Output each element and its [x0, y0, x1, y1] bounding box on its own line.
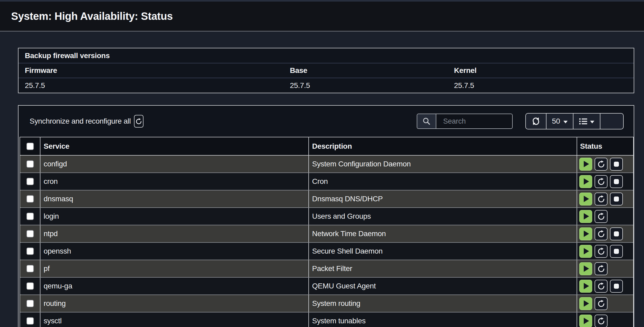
rotate-right-icon [597, 160, 605, 168]
description-cell: System routing [309, 295, 577, 312]
description-column-header: Description [309, 137, 577, 155]
stop-button[interactable] [610, 158, 623, 171]
play-icon [584, 213, 589, 219]
row-checkbox[interactable] [26, 265, 34, 272]
table-row: pf Packet Filter [20, 260, 633, 278]
start-button[interactable] [579, 315, 592, 327]
services-table: Service Description Status configd Syste… [20, 137, 634, 327]
stop-button[interactable] [610, 175, 623, 188]
restart-button[interactable] [595, 262, 608, 275]
description-cell: Users and Groups [309, 208, 577, 225]
refresh-icon [531, 116, 541, 126]
play-icon [584, 196, 589, 202]
versions-header-row: Firmware Base Kernel [18, 63, 634, 78]
start-button[interactable] [579, 262, 592, 275]
status-cell [577, 156, 633, 172]
page-header: System: High Availability: Status [0, 2, 644, 31]
row-select-cell [20, 295, 40, 312]
row-checkbox[interactable] [26, 195, 34, 203]
search-icon-segment[interactable] [417, 114, 436, 128]
service-cell: ntpd [40, 225, 309, 242]
start-button[interactable] [579, 245, 592, 258]
play-icon [584, 248, 589, 254]
restart-button[interactable] [595, 158, 608, 171]
toolbar-right-group: 50 [417, 113, 624, 129]
service-cell: dnsmasq [40, 190, 309, 207]
search-group [417, 114, 513, 129]
start-button[interactable] [579, 280, 592, 293]
columns-dropdown[interactable] [573, 114, 600, 129]
rotate-right-icon [597, 282, 605, 290]
restart-button[interactable] [595, 193, 608, 205]
restart-button[interactable] [595, 315, 608, 327]
table-header-row: Service Description Status [20, 137, 633, 156]
start-button[interactable] [579, 193, 592, 205]
stop-button[interactable] [610, 245, 623, 258]
refresh-table-button[interactable] [526, 114, 546, 129]
extra-toolbar-segment[interactable] [600, 114, 623, 129]
description-cell: Dnsmasq DNS/DHCP [309, 190, 577, 207]
kernel-version: 25.7.5 [448, 81, 634, 90]
select-all-checkbox[interactable] [26, 143, 34, 150]
service-cell: cron [40, 173, 309, 190]
panel-title: Backup firewall versions [18, 48, 634, 63]
row-checkbox[interactable] [26, 282, 34, 290]
backup-versions-panel: Backup firewall versions Firmware Base K… [18, 48, 634, 93]
rotate-right-icon [135, 118, 142, 125]
service-cell: pf [40, 260, 309, 277]
list-icon [579, 118, 587, 125]
services-toolbar: Synchronize and reconfigure all [18, 106, 634, 137]
rotate-right-icon [597, 212, 605, 220]
table-row: sysctl System tunables [20, 312, 633, 327]
versions-value-row: 25.7.5 25.7.5 25.7.5 [18, 78, 634, 93]
page-size-dropdown[interactable]: 50 [546, 114, 573, 129]
rotate-right-icon [597, 247, 605, 255]
start-button[interactable] [579, 297, 592, 310]
restart-button[interactable] [595, 245, 608, 258]
row-checkbox[interactable] [26, 230, 34, 237]
row-checkbox[interactable] [26, 160, 34, 168]
description-cell: System Configuration Daemon [309, 156, 577, 172]
stop-icon [614, 197, 619, 202]
sync-all-button[interactable] [134, 115, 143, 128]
row-select-cell [20, 208, 40, 225]
start-button[interactable] [579, 227, 592, 240]
stop-button[interactable] [610, 280, 623, 293]
row-checkbox[interactable] [26, 178, 34, 185]
row-checkbox[interactable] [26, 300, 34, 307]
restart-button[interactable] [595, 210, 608, 223]
row-select-cell [20, 260, 40, 277]
stop-button[interactable] [610, 193, 623, 205]
search-input[interactable] [436, 114, 512, 128]
row-select-cell [20, 173, 40, 190]
row-checkbox[interactable] [26, 213, 34, 220]
row-select-cell [20, 156, 40, 172]
table-row: openssh Secure Shell Daemon [20, 243, 633, 260]
restart-button[interactable] [595, 175, 608, 188]
start-button[interactable] [579, 210, 592, 223]
start-button[interactable] [579, 175, 592, 188]
stop-icon [614, 179, 619, 184]
sync-all-group: Synchronize and reconfigure all [30, 115, 143, 128]
description-cell: QEMU Guest Agent [309, 278, 577, 295]
table-row: login Users and Groups [20, 208, 633, 225]
content-area: Backup firewall versions Firmware Base K… [0, 31, 644, 327]
row-select-cell [20, 278, 40, 295]
restart-button[interactable] [595, 297, 608, 310]
row-checkbox[interactable] [26, 247, 34, 255]
rotate-right-icon [597, 230, 605, 238]
sync-all-label: Synchronize and reconfigure all [30, 117, 131, 125]
restart-button[interactable] [595, 227, 608, 240]
rotate-right-icon [597, 265, 605, 273]
restart-button[interactable] [595, 280, 608, 293]
row-checkbox[interactable] [26, 317, 34, 325]
firmware-version: 25.7.5 [18, 81, 284, 90]
rotate-right-icon [597, 177, 605, 185]
rotate-right-icon [597, 317, 605, 325]
service-cell: openssh [40, 243, 309, 260]
start-button[interactable] [579, 158, 592, 171]
table-row: qemu-ga QEMU Guest Agent [20, 278, 633, 295]
service-cell: login [40, 208, 309, 225]
stop-button[interactable] [610, 227, 623, 240]
play-icon [584, 318, 589, 324]
